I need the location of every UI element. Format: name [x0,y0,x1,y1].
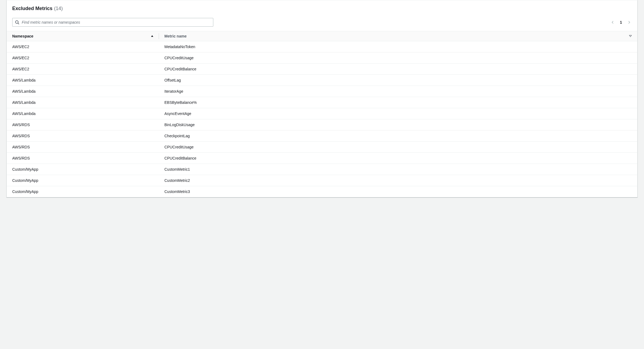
panel-header: Excluded Metrics (14) 1 [7,0,637,31]
table-row: AWS/EC2CPUCreditUsage [7,52,637,64]
sort-inactive-icon [629,35,632,38]
table-row: AWS/LambdaIteratorAge [7,86,637,97]
cell-namespace: Custom/MyApp [7,164,159,175]
table-row: AWS/RDSBinLogDiskUsage [7,119,637,130]
table-row: AWS/RDSCPUCreditBalance [7,153,637,164]
table-row: Custom/MyAppCustomMetric2 [7,175,637,186]
cell-namespace: AWS/EC2 [7,41,159,52]
cell-namespace: AWS/Lambda [7,86,159,97]
cell-metric-name: OffsetLag [159,75,637,86]
table-row: Custom/MyAppCustomMetric3 [7,186,637,197]
search-input[interactable] [12,18,213,27]
controls-row: 1 [12,18,632,27]
svg-marker-2 [151,35,153,37]
column-label-metric-name: Metric name [164,34,187,38]
cell-namespace: Custom/MyApp [7,175,159,186]
cell-namespace: AWS/Lambda [7,97,159,108]
cell-metric-name: BinLogDiskUsage [159,119,637,130]
cell-namespace: AWS/RDS [7,119,159,130]
pagination-current-page: 1 [619,20,623,24]
column-header-metric-name[interactable]: Metric name [159,31,637,41]
cell-namespace: AWS/RDS [7,153,159,164]
cell-metric-name: IteratorAge [159,86,637,97]
cell-metric-name: AsyncEventAge [159,108,637,119]
table-row: AWS/RDSCheckpointLag [7,130,637,142]
table-row: AWS/LambdaEBSByteBalance% [7,97,637,108]
cell-namespace: AWS/Lambda [7,108,159,119]
title-row: Excluded Metrics (14) [12,6,632,11]
cell-namespace: Custom/MyApp [7,186,159,197]
table-row: AWS/EC2MetadataNoToken [7,41,637,52]
pagination-prev-button[interactable] [610,20,615,25]
table-row: AWS/LambdaOffsetLag [7,75,637,86]
table-row: AWS/RDSCPUCreditUsage [7,142,637,153]
cell-metric-name: CPUCreditBalance [159,64,637,75]
column-header-namespace[interactable]: Namespace [7,31,159,41]
cell-namespace: AWS/RDS [7,142,159,153]
cell-metric-name: CustomMetric3 [159,186,637,197]
pagination-next-button[interactable] [626,20,632,25]
metrics-table: Namespace Metric name [7,31,637,197]
search-wrap [12,18,213,27]
cell-metric-name: CheckpointLag [159,130,637,142]
panel-count: (14) [54,6,63,11]
cell-metric-name: CPUCreditBalance [159,153,637,164]
sort-ascending-icon [151,35,154,38]
table-body: AWS/EC2MetadataNoTokenAWS/EC2CPUCreditUs… [7,41,637,197]
table-row: AWS/EC2CPUCreditBalance [7,64,637,75]
cell-metric-name: CPUCreditUsage [159,52,637,64]
panel-title: Excluded Metrics [12,6,52,11]
cell-namespace: AWS/EC2 [7,64,159,75]
cell-namespace: AWS/RDS [7,130,159,142]
excluded-metrics-panel: Excluded Metrics (14) 1 [7,0,637,197]
cell-metric-name: CPUCreditUsage [159,142,637,153]
svg-marker-3 [629,35,632,37]
cell-namespace: AWS/EC2 [7,52,159,64]
cell-metric-name: CustomMetric1 [159,164,637,175]
table-row: AWS/LambdaAsyncEventAge [7,108,637,119]
table-row: Custom/MyAppCustomMetric1 [7,164,637,175]
column-label-namespace: Namespace [12,34,33,38]
pagination: 1 [610,20,632,25]
cell-metric-name: MetadataNoToken [159,41,637,52]
cell-namespace: AWS/Lambda [7,75,159,86]
cell-metric-name: CustomMetric2 [159,175,637,186]
cell-metric-name: EBSByteBalance% [159,97,637,108]
